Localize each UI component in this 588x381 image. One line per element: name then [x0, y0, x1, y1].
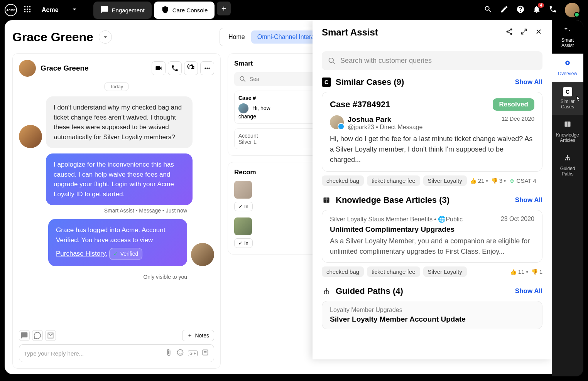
expand-icon[interactable]: [520, 28, 528, 37]
reply-input[interactable]: Type your Reply here... GIF: [19, 344, 214, 362]
assist-header: Smart Assist: [313, 20, 552, 45]
purchase-history-link[interactable]: Purchase History.: [56, 250, 107, 257]
downvote-stat[interactable]: 👎 1: [531, 268, 542, 275]
system-text: Grace has logged into Acme. Account Veri…: [56, 226, 166, 244]
globe-icon: 🌐: [438, 216, 446, 223]
smart-assist-panel: Smart Assist Search with customer querie…: [313, 20, 552, 359]
right-rail: Smart Assist Overview C Similar Cases Kn…: [552, 20, 583, 376]
notifications-button[interactable]: 4: [532, 5, 541, 15]
svg-point-39: [567, 62, 569, 64]
recom-thumb: [234, 217, 252, 235]
notes-button[interactable]: ＋ Notes: [182, 330, 214, 341]
channel-chat-icon[interactable]: [19, 330, 30, 341]
tag[interactable]: ticket change fee: [367, 266, 420, 277]
spark-icon: [564, 25, 571, 35]
refresh-button[interactable]: [184, 61, 198, 75]
share-icon[interactable]: [505, 28, 513, 37]
svg-point-9: [204, 67, 206, 69]
tab-label: Engagement: [112, 7, 145, 13]
similar-cases-header: C Similar Cases (9) Show All: [322, 77, 542, 87]
tag[interactable]: Silver Loyalty: [423, 175, 467, 186]
svg-point-34: [324, 292, 325, 293]
channel-whatsapp-icon[interactable]: [32, 330, 43, 341]
more-button[interactable]: [200, 61, 214, 75]
rail-knowledge[interactable]: Knowledge Articles: [552, 115, 583, 148]
expand-button[interactable]: [99, 30, 112, 44]
emoji-icon[interactable]: [176, 349, 184, 358]
case-user-handle: @jpark23 • Direct Message: [348, 124, 422, 131]
close-icon[interactable]: [535, 28, 542, 37]
insert-chip[interactable]: ✓ In: [234, 238, 253, 248]
breadcrumb-home[interactable]: Home: [222, 30, 251, 44]
svg-point-8: [29, 11, 31, 13]
rail-similar-cases[interactable]: C Similar Cases: [552, 82, 583, 115]
kb-card[interactable]: Silver Loyalty Staus Member Benefits • 🌐…: [322, 210, 542, 263]
tab-care-console[interactable]: Care Console: [154, 2, 215, 19]
rail-label: Smart Assist: [561, 37, 574, 48]
brand-selector[interactable]: Acme: [38, 5, 83, 15]
edit-icon[interactable]: [500, 5, 509, 15]
svg-line-23: [508, 30, 510, 31]
svg-point-33: [326, 288, 327, 290]
message-bubble: I don't understand why my checked bag an…: [46, 96, 193, 148]
case-user-name: Joshua Park: [348, 115, 422, 124]
svg-point-14: [181, 352, 182, 352]
upvote-stat[interactable]: 👍21 •: [470, 177, 488, 184]
rail-label: Overview: [558, 71, 577, 76]
cases-icon: C: [563, 87, 572, 96]
show-all-kb[interactable]: Show All: [515, 196, 542, 204]
message-incoming: I don't understand why my checked bag an…: [19, 96, 214, 148]
guided-path-card[interactable]: Loyalty Member Upgrades Silver Loyalty M…: [322, 301, 542, 329]
thumbs-up-icon: 👍: [470, 178, 476, 184]
insert-chip[interactable]: ✓ In: [234, 202, 253, 211]
assist-search-input[interactable]: Search with customer queries: [322, 51, 542, 70]
upvote-stat[interactable]: 👍 11 •: [510, 268, 528, 275]
svg-point-7: [27, 11, 28, 13]
video-button[interactable]: [152, 61, 166, 75]
guided-title: Guided Paths (4): [336, 286, 510, 296]
customer-name: Grace Greene: [41, 64, 89, 72]
add-tab-button[interactable]: ＋: [217, 2, 231, 15]
apps-icon[interactable]: [20, 2, 35, 18]
svg-point-5: [29, 8, 31, 10]
rail-guided[interactable]: Guided Paths: [552, 148, 583, 182]
downvote-stat[interactable]: 👎3 •: [491, 177, 506, 184]
search-icon[interactable]: [484, 5, 492, 15]
channel-email-icon[interactable]: [45, 330, 56, 341]
case-text: Hi, how do I get the fee for a last minu…: [330, 134, 534, 165]
svg-point-36: [328, 292, 329, 293]
tag[interactable]: Silver Loyalty: [423, 266, 467, 277]
show-all-guided[interactable]: Show All: [515, 287, 542, 295]
cursor-icon: [574, 95, 582, 105]
system-message: Grace has logged into Acme. Account Veri…: [19, 219, 214, 266]
tag[interactable]: checked bag: [322, 266, 364, 277]
gif-icon[interactable]: GIF: [188, 351, 198, 356]
tab-engagement[interactable]: Engagement: [93, 2, 152, 19]
shield-icon: [161, 5, 169, 15]
rail-smart-assist[interactable]: Smart Assist: [552, 20, 583, 54]
mini-avatar: [238, 103, 248, 113]
case-card[interactable]: Case #3784921 Resolved Joshua Park @jpar…: [322, 92, 542, 172]
show-all-cases[interactable]: Show All: [515, 78, 542, 86]
tag[interactable]: checked bag: [322, 175, 364, 186]
svg-point-42: [567, 155, 568, 156]
svg-line-19: [244, 80, 245, 82]
chat-panel: Grace Greene Today I don't understand wh…: [12, 53, 221, 369]
thumbs-down-icon: 👎: [531, 269, 538, 275]
tab-list: Engagement Care Console ＋: [93, 2, 231, 19]
call-button[interactable]: [168, 61, 182, 75]
guided-path-title: Silver Loyalty Member Account Update: [330, 315, 534, 324]
user-avatar[interactable]: [565, 3, 580, 17]
attach-icon[interactable]: [165, 349, 172, 358]
guided-icon: [322, 287, 331, 296]
tag[interactable]: ticket change fee: [367, 175, 420, 186]
svg-point-20: [510, 29, 512, 30]
rail-overview[interactable]: Overview: [552, 54, 583, 82]
help-icon[interactable]: [516, 5, 525, 15]
logo[interactable]: ACME: [5, 4, 17, 16]
chat-header: Grace Greene: [19, 60, 214, 77]
case-id: Case #3784921: [330, 99, 390, 110]
assist-title: Smart Assist: [322, 27, 498, 38]
phone-icon[interactable]: [549, 5, 557, 15]
template-icon[interactable]: [201, 349, 209, 358]
